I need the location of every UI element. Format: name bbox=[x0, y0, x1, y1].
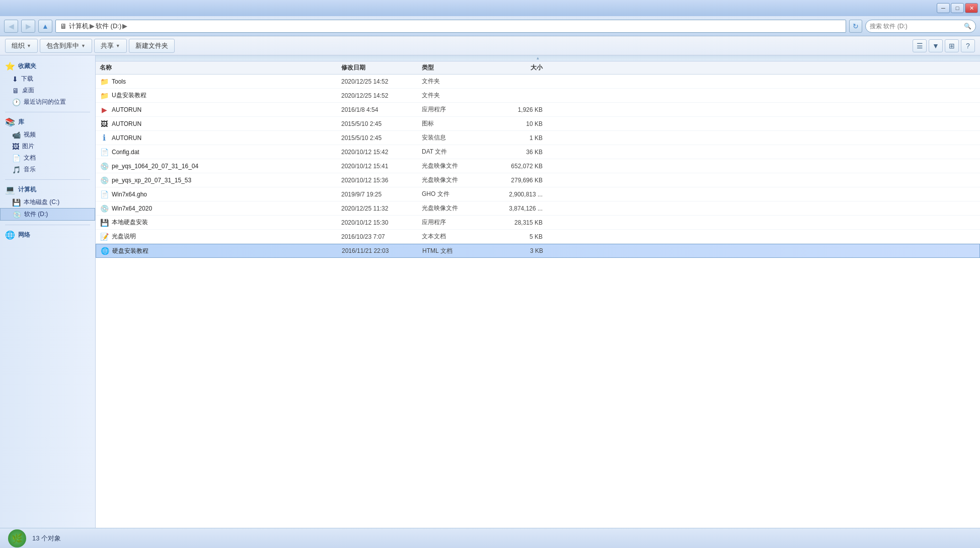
file-date: 2020/10/12 15:36 bbox=[341, 177, 422, 184]
file-size: 279,696 KB bbox=[482, 177, 543, 184]
titlebar: ─ □ ✕ bbox=[0, 0, 980, 16]
table-row[interactable]: 📁 U盘安装教程 2020/12/25 14:52 文件夹 bbox=[96, 89, 980, 103]
file-type: 文件夹 bbox=[422, 77, 482, 86]
view-dropdown-button[interactable]: ▼ bbox=[929, 39, 943, 52]
share-button[interactable]: 共享 ▼ bbox=[94, 39, 127, 53]
file-icon: 📄 bbox=[100, 148, 109, 156]
table-row[interactable]: 💿 pe_yqs_1064_20_07_31_16_04 2020/10/12 … bbox=[96, 159, 980, 173]
file-rows-container: 📁 Tools 2020/12/25 14:52 文件夹 📁 U盘安装教程 20… bbox=[96, 75, 980, 258]
col-header-date[interactable]: 修改日期 bbox=[341, 63, 422, 72]
new-folder-button[interactable]: 新建文件夹 bbox=[129, 39, 175, 53]
table-row[interactable]: 💿 pe_yqs_xp_20_07_31_15_53 2020/10/12 15… bbox=[96, 173, 980, 187]
forward-button[interactable]: ▶ bbox=[21, 20, 35, 33]
sidebar-item-picture[interactable]: 🖼 图片 bbox=[0, 141, 95, 152]
file-icon: 💾 bbox=[100, 219, 109, 227]
table-row[interactable]: 💿 Win7x64_2020 2020/12/25 11:32 光盘映像文件 3… bbox=[96, 201, 980, 216]
sidebar-item-music[interactable]: 🎵 音乐 bbox=[0, 164, 95, 175]
sidebar-item-recent[interactable]: 🕐 最近访问的位置 bbox=[0, 96, 95, 108]
file-type: 应用程序 bbox=[422, 218, 482, 227]
picture-label: 图片 bbox=[22, 142, 34, 151]
file-date: 2020/10/12 15:41 bbox=[341, 163, 422, 170]
sidebar-item-download[interactable]: ⬇ 下载 bbox=[0, 73, 95, 85]
computer-header[interactable]: 💻 计算机 bbox=[0, 183, 95, 196]
file-icon: ▶ bbox=[100, 106, 109, 114]
favorites-header[interactable]: ⭐ 收藏夹 bbox=[0, 59, 95, 73]
breadcrumb-computer[interactable]: 🖥 计算机 bbox=[60, 22, 89, 31]
file-name: Config.dat bbox=[112, 149, 139, 156]
file-size: 1 KB bbox=[482, 134, 543, 142]
maximize-button[interactable]: □ bbox=[951, 3, 964, 13]
sidebar-item-document[interactable]: 📄 文档 bbox=[0, 152, 95, 164]
file-size: 28,315 KB bbox=[482, 219, 543, 226]
library-header[interactable]: 📚 库 bbox=[0, 115, 95, 129]
address-path[interactable]: 🖥 计算机 ▶ 软件 (D:) ▶ bbox=[55, 20, 846, 33]
include-library-button[interactable]: 包含到库中 ▼ bbox=[40, 39, 92, 53]
search-input[interactable] bbox=[870, 23, 962, 30]
table-row[interactable]: 🖼 AUTORUN 2015/5/10 2:45 图标 10 KB bbox=[96, 117, 980, 131]
software-d-label: 软件 (D:) bbox=[24, 210, 48, 219]
sidebar-item-video[interactable]: 📹 视频 bbox=[0, 129, 95, 141]
file-icon: 💿 bbox=[100, 204, 109, 213]
col-header-name[interactable]: 名称 bbox=[100, 63, 341, 72]
file-date: 2016/11/21 22:03 bbox=[342, 247, 422, 254]
file-name-cell: 💿 pe_yqs_xp_20_07_31_15_53 bbox=[100, 176, 341, 184]
file-name: Tools bbox=[112, 78, 126, 85]
file-type: 光盘映像文件 bbox=[422, 204, 482, 213]
table-row[interactable]: ▶ AUTORUN 2016/1/8 4:54 应用程序 1,926 KB bbox=[96, 103, 980, 117]
file-size: 36 KB bbox=[482, 149, 543, 156]
video-icon: 📹 bbox=[12, 131, 21, 139]
video-label: 视频 bbox=[24, 130, 36, 139]
file-name-cell: 📁 U盘安装教程 bbox=[100, 91, 341, 100]
table-row[interactable]: 💾 本地硬盘安装 2020/10/12 15:30 应用程序 28,315 KB bbox=[96, 216, 980, 230]
table-row[interactable]: 📄 Config.dat 2020/10/12 15:42 DAT 文件 36 … bbox=[96, 145, 980, 159]
file-date: 2020/12/25 14:52 bbox=[341, 92, 422, 99]
network-header[interactable]: 🌐 网络 bbox=[0, 228, 95, 242]
minimize-button[interactable]: ─ bbox=[937, 3, 950, 13]
organize-button[interactable]: 组织 ▼ bbox=[5, 39, 38, 53]
col-header-type[interactable]: 类型 bbox=[422, 63, 482, 72]
view-large-icon-button[interactable]: ⊞ bbox=[945, 39, 959, 52]
back-button[interactable]: ◀ bbox=[4, 20, 18, 33]
desktop-label: 桌面 bbox=[22, 86, 34, 95]
sidebar-sep-3 bbox=[5, 225, 90, 225]
close-button[interactable]: ✕ bbox=[965, 3, 978, 13]
file-name: AUTORUN bbox=[112, 120, 141, 127]
file-date: 2015/5/10 2:45 bbox=[341, 134, 422, 142]
share-dropdown-arrow: ▼ bbox=[116, 43, 120, 48]
status-logo: 🌿 bbox=[8, 529, 26, 547]
scroll-up-indicator[interactable] bbox=[96, 55, 980, 61]
table-row[interactable]: ℹ AUTORUN 2015/5/10 2:45 安装信息 1 KB bbox=[96, 131, 980, 145]
file-date: 2020/10/12 15:42 bbox=[341, 149, 422, 156]
help-button[interactable]: ? bbox=[961, 39, 975, 52]
view-options-button[interactable]: ☰ bbox=[913, 39, 927, 52]
file-date: 2016/1/8 4:54 bbox=[341, 106, 422, 113]
sidebar-item-local-disk-c[interactable]: 💾 本地磁盘 (C:) bbox=[0, 196, 95, 208]
file-date: 2016/10/23 7:07 bbox=[341, 233, 422, 240]
include-library-label: 包含到库中 bbox=[46, 41, 79, 50]
software-d-icon: 💿 bbox=[13, 211, 21, 219]
download-label: 下载 bbox=[21, 75, 33, 83]
file-type: 文件夹 bbox=[422, 91, 482, 100]
sidebar-item-desktop[interactable]: 🖥 桌面 bbox=[0, 85, 95, 96]
sidebar-sep-2 bbox=[5, 179, 90, 180]
file-date: 2020/12/25 11:32 bbox=[341, 205, 422, 212]
up-button[interactable]: ▲ bbox=[38, 20, 52, 33]
file-name: AUTORUN bbox=[112, 106, 141, 113]
table-row[interactable]: 🌐 硬盘安装教程 2016/11/21 22:03 HTML 文档 3 KB bbox=[96, 244, 980, 258]
include-dropdown-arrow: ▼ bbox=[81, 43, 86, 48]
file-icon: 📁 bbox=[100, 78, 109, 86]
col-header-size[interactable]: 大小 bbox=[482, 63, 543, 72]
breadcrumb-drive[interactable]: 软件 (D:) bbox=[96, 22, 121, 31]
file-size: 5 KB bbox=[482, 233, 543, 240]
music-label: 音乐 bbox=[24, 165, 36, 174]
table-row[interactable]: 📄 Win7x64.gho 2019/9/7 19:25 GHO 文件 2,90… bbox=[96, 187, 980, 201]
table-row[interactable]: 📝 光盘说明 2016/10/23 7:07 文本文档 5 KB bbox=[96, 230, 980, 244]
favorites-label: 收藏夹 bbox=[18, 62, 36, 71]
favorites-icon: ⭐ bbox=[5, 61, 15, 71]
table-row[interactable]: 📁 Tools 2020/12/25 14:52 文件夹 bbox=[96, 75, 980, 89]
network-section: 🌐 网络 bbox=[0, 228, 95, 242]
refresh-button[interactable]: ↻ bbox=[849, 20, 862, 33]
sidebar-item-software-d[interactable]: 💿 软件 (D:) bbox=[0, 208, 95, 221]
search-box[interactable]: 🔍 bbox=[865, 20, 976, 33]
library-section: 📚 库 📹 视频 🖼 图片 📄 文档 🎵 音乐 bbox=[0, 115, 95, 175]
